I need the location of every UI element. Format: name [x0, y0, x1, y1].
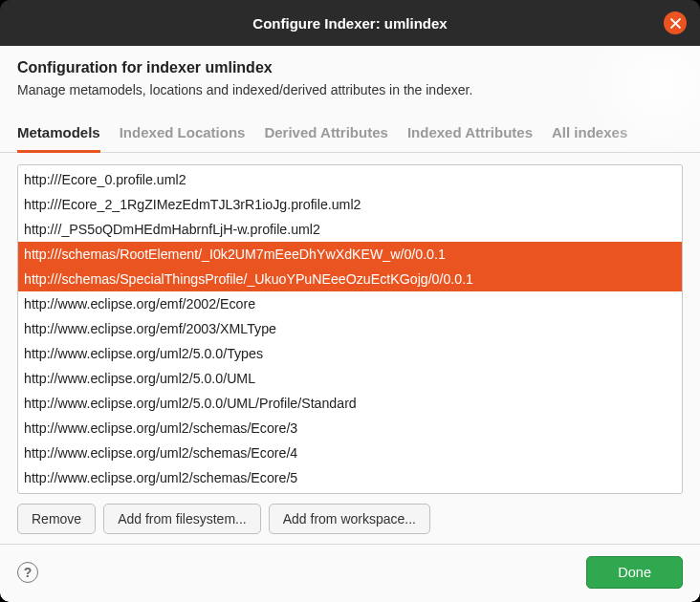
list-item[interactable]: http:///schemas/SpecialThingsProfile/_Uk…	[18, 267, 682, 291]
tab-metamodels[interactable]: Metamodels	[17, 118, 100, 153]
list-item[interactable]: http:///Ecore_2_1RgZIMezEdmTJL3rR1ioJg.p…	[18, 192, 682, 217]
list-actions: Remove Add from filesystem... Add from w…	[17, 504, 683, 534]
dialog-footer: ? Done	[0, 544, 700, 602]
client-area: Configuration for indexer umlindex Manag…	[0, 46, 700, 602]
list-item[interactable]: http://www.eclipse.org/emf/2003/XMLType	[18, 316, 682, 341]
add-from-workspace-button[interactable]: Add from workspace...	[269, 504, 430, 534]
tab-derived-attributes[interactable]: Derived Attributes	[264, 118, 387, 153]
dialog-heading: Configuration for indexer umlindex	[17, 59, 683, 76]
tab-indexed-attributes[interactable]: Indexed Attributes	[407, 118, 533, 153]
list-item[interactable]: http://www.eclipse.org/emf/2002/Ecore	[18, 291, 682, 316]
list-item[interactable]: http://www.eclipse.org/uml2/5.0.0/Types	[18, 341, 682, 366]
list-item[interactable]: http:///schemas/RootElement/_I0k2UM7mEee…	[18, 242, 682, 267]
list-item[interactable]: http:///Ecore_0.profile.uml2	[18, 167, 682, 192]
tab-indexed-locations[interactable]: Indexed Locations	[120, 118, 246, 153]
help-button[interactable]: ?	[17, 562, 38, 583]
titlebar: Configure Indexer: umlindex	[0, 0, 700, 46]
close-button[interactable]	[664, 11, 687, 34]
done-button[interactable]: Done	[586, 556, 683, 589]
dialog-window: Configure Indexer: umlindex Configuratio…	[0, 0, 700, 602]
close-icon	[670, 18, 681, 29]
window-title: Configure Indexer: umlindex	[252, 15, 447, 32]
tab-all-indexes[interactable]: All indexes	[552, 118, 627, 153]
tab-bar: MetamodelsIndexed LocationsDerived Attri…	[0, 105, 700, 153]
tab-content: http:///Ecore_0.profile.uml2http:///Ecor…	[0, 153, 700, 544]
list-item[interactable]: http://www.eclipse.org/uml2/schemas/Ecor…	[18, 441, 682, 465]
remove-button[interactable]: Remove	[17, 504, 96, 534]
metamodels-list[interactable]: http:///Ecore_0.profile.uml2http:///Ecor…	[17, 164, 683, 494]
list-item[interactable]: http://www.eclipse.org/uml2/5.0.0/UML	[18, 366, 682, 391]
help-icon: ?	[24, 565, 33, 580]
list-item[interactable]: http:///_PS5oQDmHEdmHabrnfLjH-w.profile.…	[18, 217, 682, 242]
dialog-subheading: Manage metamodels, locations and indexed…	[17, 82, 683, 97]
list-item[interactable]: http://www.eclipse.org/uml2/schemas/Ecor…	[18, 465, 682, 490]
list-item[interactable]: http://www.eclipse.org/uml2/schemas/Ecor…	[18, 416, 682, 441]
list-item[interactable]: http://www.eclipse.org/uml2/5.0.0/UML/Pr…	[18, 391, 682, 416]
add-from-filesystem-button[interactable]: Add from filesystem...	[103, 504, 261, 534]
dialog-header: Configuration for indexer umlindex Manag…	[0, 46, 700, 105]
